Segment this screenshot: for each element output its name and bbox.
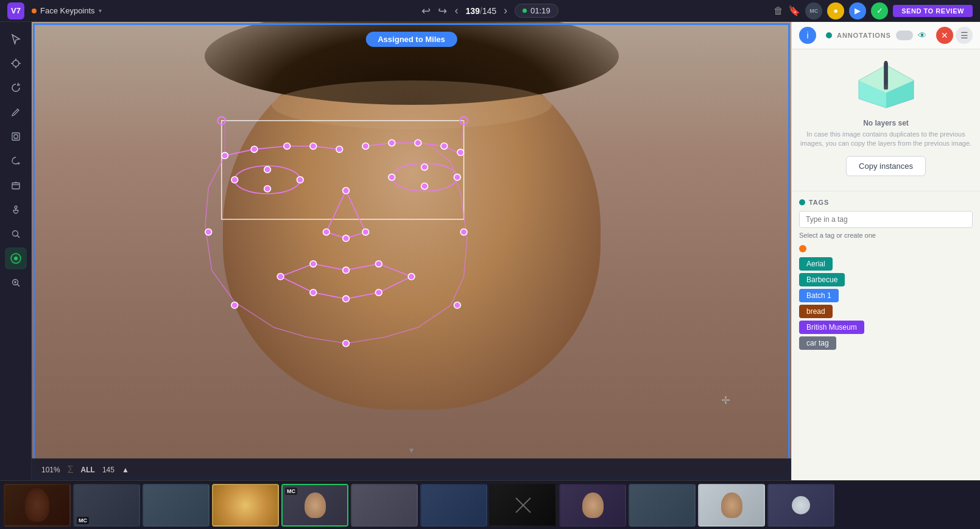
topbar-icons: 🗑 🔖 [774, 5, 800, 16]
svg-line-10 [17, 236, 19, 238]
film-thumb-2[interactable]: MC [73, 484, 140, 527]
svg-point-0 [13, 60, 19, 66]
next-frame-button[interactable]: › [504, 4, 507, 17]
layers-tool[interactable] [5, 126, 27, 147]
tag-orange-dot [799, 245, 806, 252]
left-toolbar [0, 22, 32, 480]
annotations-label: ANNOTATIONS [837, 32, 891, 39]
film-thumb-1[interactable] [4, 484, 71, 527]
tag-bread[interactable]: bread [799, 305, 833, 318]
film-thumb-9[interactable] [559, 484, 626, 527]
film-label-mc2: MC [285, 488, 297, 495]
annotations-toggle[interactable] [896, 30, 913, 40]
delete-icon[interactable]: 🗑 [774, 5, 783, 16]
cursor-tool[interactable] [5, 28, 27, 50]
tag-barbecue[interactable]: Barbecue [799, 273, 845, 286]
bookmark-icon[interactable]: 🔖 [788, 5, 800, 16]
film-label-mc: MC [77, 517, 89, 524]
tags-header: TAGS [799, 199, 973, 206]
frame-counter: 139/145 [465, 6, 496, 16]
project-status-dot [32, 9, 37, 13]
tags-section: TAGS Select a tag or create one Aerial B… [792, 191, 980, 357]
forehead [272, 80, 552, 129]
error-button[interactable]: ✕ [936, 27, 953, 44]
box-tool[interactable] [5, 174, 27, 196]
tags-dot [799, 199, 805, 205]
filmstrip: MC MC [0, 480, 980, 529]
film-thumb-5-active[interactable]: MC [281, 484, 348, 527]
annotations-toggle-row: ANNOTATIONS 👁 [819, 30, 934, 40]
annotation-count: 145 [102, 466, 115, 474]
anchor-tool[interactable] [5, 199, 27, 221]
right-panel-toolbar: i ANNOTATIONS 👁 ✕ ☰ [792, 22, 980, 49]
tag-british-museum[interactable]: British Museum [799, 321, 864, 334]
tag-car-tag[interactable]: car tag [799, 336, 836, 350]
no-layers-title: No layers set [863, 119, 909, 127]
tag-aerial[interactable]: Aerial [799, 257, 833, 271]
undo-button[interactable]: ↩ [421, 4, 431, 18]
svg-point-8 [15, 206, 17, 208]
film-thumb-8[interactable] [490, 484, 557, 527]
lasso-tool[interactable] [5, 150, 27, 172]
main-area: Assigned to Miles [0, 22, 980, 480]
canvas-area[interactable]: Assigned to Miles [32, 22, 791, 480]
keypoint-tool-active[interactable] [5, 247, 27, 269]
svg-point-12 [14, 257, 18, 260]
smart-select-tool[interactable] [5, 52, 27, 74]
svg-rect-5 [12, 133, 19, 140]
film-thumb-11[interactable] [698, 484, 765, 527]
tag-batch1[interactable]: Batch 1 [799, 289, 839, 302]
tags-hint: Select a tag or create one [799, 232, 973, 239]
avatar-mc: MC [805, 2, 822, 20]
zoom-level: 101% [41, 466, 60, 474]
assigned-badge: Assigned to Miles [365, 32, 457, 47]
svg-rect-6 [14, 135, 18, 138]
eye-icon[interactable]: 👁 [918, 30, 926, 40]
status-yellow-button[interactable]: ● [827, 2, 844, 20]
topbar-center: ↩ ↪ ‹ 139/145 › 01:19 [421, 4, 558, 18]
info-button[interactable]: i [799, 27, 816, 44]
timer-value: 01:19 [531, 6, 551, 15]
app-logo[interactable]: V7 [7, 2, 24, 20]
tags-input[interactable] [799, 211, 973, 228]
film-thumb-4[interactable] [212, 484, 279, 527]
redo-button[interactable]: ↪ [438, 4, 447, 18]
film-thumb-7[interactable] [420, 484, 487, 527]
project-selector[interactable]: Face Keypoints ▾ [32, 6, 102, 15]
rotate-tool[interactable] [5, 77, 27, 99]
timer-badge: 01:19 [515, 4, 559, 18]
film-thumb-12[interactable] [767, 484, 834, 527]
svg-rect-64 [884, 61, 887, 82]
all-badge: ALL [81, 466, 95, 474]
copy-instances-button[interactable]: Copy instances [846, 156, 926, 176]
tag-orange-dot-row [799, 245, 973, 252]
timer-dot [523, 9, 527, 13]
project-name: Face Keypoints [40, 6, 95, 15]
svg-line-14 [17, 285, 19, 287]
tag-list: Aerial Barbecue Batch 1 bread British Mu… [799, 245, 973, 350]
sigma-icon: Σ [68, 464, 74, 475]
right-panel: i ANNOTATIONS 👁 ✕ ☰ [791, 22, 980, 480]
menu-button[interactable]: ☰ [956, 27, 973, 44]
crosshair-cursor: ✛ [721, 394, 730, 407]
search-canvas-tool[interactable] [5, 223, 27, 245]
check-button[interactable]: ✓ [871, 2, 888, 20]
svg-point-9 [12, 231, 18, 236]
tags-label: TAGS [809, 199, 829, 206]
count-arrow[interactable]: ▲ [122, 466, 129, 474]
svg-rect-7 [12, 183, 19, 189]
send-to-review-button[interactable]: SEND TO REVIEW [893, 5, 973, 17]
scroll-down-indicator: ▼ [408, 446, 415, 455]
film-thumb-3[interactable] [143, 484, 210, 527]
3d-model-icon [847, 59, 926, 114]
project-dropdown-arrow[interactable]: ▾ [99, 7, 102, 14]
face-portrait-area [32, 22, 791, 431]
zoom-tool[interactable] [5, 272, 27, 294]
total-frames: 145 [482, 6, 496, 16]
current-frame: 139 [465, 6, 479, 16]
play-button[interactable]: ▶ [849, 2, 866, 20]
pen-tool[interactable] [5, 101, 27, 123]
film-thumb-10[interactable] [629, 484, 696, 527]
film-thumb-6[interactable] [351, 484, 418, 527]
prev-frame-button[interactable]: ‹ [454, 4, 458, 17]
